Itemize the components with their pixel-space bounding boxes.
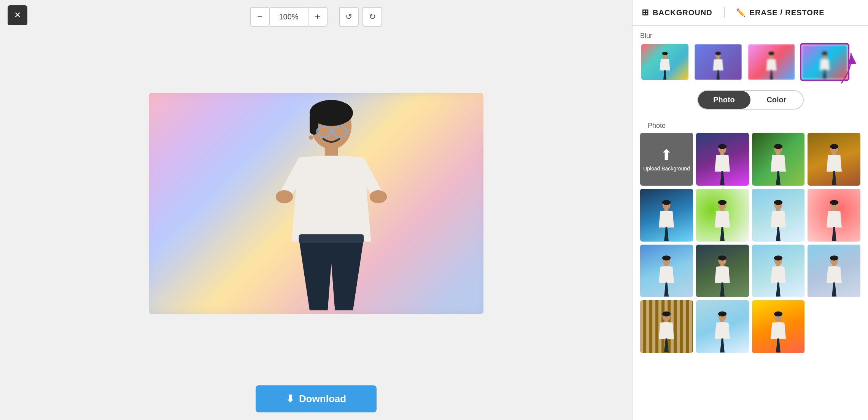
toggle-section: Photo Color — [633, 87, 868, 116]
photo-thumb-green[interactable] — [752, 133, 805, 186]
svg-rect-47 — [665, 264, 668, 267]
left-panel: ✕ − 100% + ↺ ↻ — [0, 0, 632, 420]
svg-rect-59 — [665, 320, 668, 322]
svg-point-61 — [718, 311, 727, 316]
upload-background-button[interactable]: ⬆ Upload Background — [640, 133, 693, 186]
svg-rect-44 — [832, 208, 836, 211]
svg-rect-50 — [720, 264, 724, 267]
photo-thumb-sky3[interactable] — [696, 300, 749, 353]
svg-point-4 — [276, 190, 293, 203]
download-button[interactable]: ⬇ Download — [256, 385, 377, 412]
zoom-out-button[interactable]: − — [250, 7, 270, 27]
toolbar: ✕ − 100% + ↺ ↻ — [8, 0, 625, 32]
svg-rect-16 — [717, 57, 719, 59]
photo-thumb-sky2[interactable] — [752, 245, 805, 298]
right-header: ⊞ BACKGROUND ✏️ ERASE / RESTORE — [633, 0, 868, 26]
photo-thumb-sky[interactable] — [752, 189, 805, 242]
pencil-icon: ✏️ — [736, 8, 746, 17]
svg-point-55 — [830, 256, 838, 261]
svg-rect-35 — [665, 208, 668, 211]
svg-rect-62 — [720, 320, 724, 322]
background-tab-label: BACKGROUND — [653, 8, 712, 17]
photo-grid: ⬆ Upload Background — [640, 133, 860, 359]
tab-divider — [724, 7, 725, 18]
photo-color-toggle: Photo Color — [697, 90, 804, 110]
annotation-arrow — [819, 49, 864, 87]
svg-rect-6 — [299, 234, 364, 243]
svg-rect-65 — [776, 320, 780, 322]
svg-point-28 — [774, 144, 782, 149]
blur-thumb-1[interactable] — [640, 43, 690, 81]
undo-button[interactable]: ↺ — [339, 7, 359, 27]
svg-rect-19 — [770, 57, 773, 59]
image-canvas — [149, 93, 483, 314]
erase-restore-tab-label: ERASE / RESTORE — [750, 8, 825, 17]
svg-rect-53 — [776, 264, 780, 267]
svg-rect-26 — [720, 153, 724, 155]
erase-restore-tab[interactable]: ✏️ ERASE / RESTORE — [736, 8, 825, 17]
photo-thumb-dark[interactable] — [696, 245, 749, 298]
svg-point-34 — [662, 200, 671, 205]
photo-section-label: Photo — [640, 116, 860, 133]
svg-point-49 — [718, 256, 727, 261]
redo-button[interactable]: ↻ — [362, 7, 382, 27]
photo-thumb-pier[interactable] — [640, 245, 693, 298]
right-panel: ⊞ BACKGROUND ✏️ ERASE / RESTORE Blur — [632, 0, 868, 420]
color-toggle-button[interactable]: Color — [750, 91, 803, 109]
svg-point-10 — [309, 135, 313, 139]
svg-rect-13 — [663, 57, 666, 59]
svg-rect-32 — [832, 153, 836, 155]
svg-point-52 — [774, 256, 782, 261]
svg-point-25 — [718, 144, 727, 149]
blur-section-label: Blur — [633, 26, 868, 43]
zoom-in-button[interactable]: + — [308, 7, 327, 27]
canvas-area — [8, 32, 625, 375]
zoom-controls: − 100% + — [250, 7, 327, 27]
svg-point-46 — [662, 256, 671, 261]
photo-thumb-purple[interactable] — [696, 133, 749, 186]
photo-toggle-button[interactable]: Photo — [698, 91, 750, 109]
svg-point-31 — [830, 144, 838, 149]
svg-point-64 — [774, 311, 782, 316]
svg-point-43 — [830, 200, 838, 205]
background-tab[interactable]: ⊞ BACKGROUND — [642, 8, 712, 18]
photo-thumb-city2[interactable] — [752, 300, 805, 353]
zoom-value-display: 100% — [270, 7, 308, 27]
download-label: Download — [299, 393, 346, 405]
svg-point-58 — [662, 311, 671, 316]
svg-rect-56 — [832, 264, 836, 267]
photo-grid-section: Photo ⬆ Upload Background — [633, 116, 868, 420]
photo-thumb-bubble[interactable] — [696, 189, 749, 242]
layers-icon: ⊞ — [642, 8, 649, 18]
svg-point-5 — [370, 190, 387, 203]
photo-thumb-wood[interactable] — [808, 133, 860, 186]
download-icon: ⬇ — [286, 393, 294, 405]
svg-point-37 — [718, 200, 727, 205]
svg-rect-38 — [720, 208, 724, 211]
photo-thumb-bokeh[interactable] — [808, 189, 860, 242]
upload-cloud-icon: ⬆ — [660, 146, 672, 163]
svg-point-15 — [715, 52, 721, 55]
blur-thumb-2[interactable] — [693, 43, 743, 81]
svg-rect-41 — [776, 208, 780, 211]
photo-thumb-stripe[interactable] — [640, 300, 693, 353]
undo-redo-controls: ↺ ↻ — [339, 7, 382, 27]
svg-rect-29 — [776, 153, 780, 155]
download-section: ⬇ Download — [256, 375, 377, 420]
upload-label: Upload Background — [643, 165, 690, 172]
svg-point-18 — [768, 52, 774, 55]
photo-thumb-lake[interactable] — [640, 189, 693, 242]
blur-thumb-3[interactable] — [747, 43, 796, 81]
close-button[interactable]: ✕ — [8, 5, 27, 25]
photo-thumb-city[interactable] — [808, 245, 860, 298]
svg-point-40 — [774, 200, 782, 205]
svg-point-12 — [662, 52, 668, 55]
person-image — [255, 97, 407, 314]
